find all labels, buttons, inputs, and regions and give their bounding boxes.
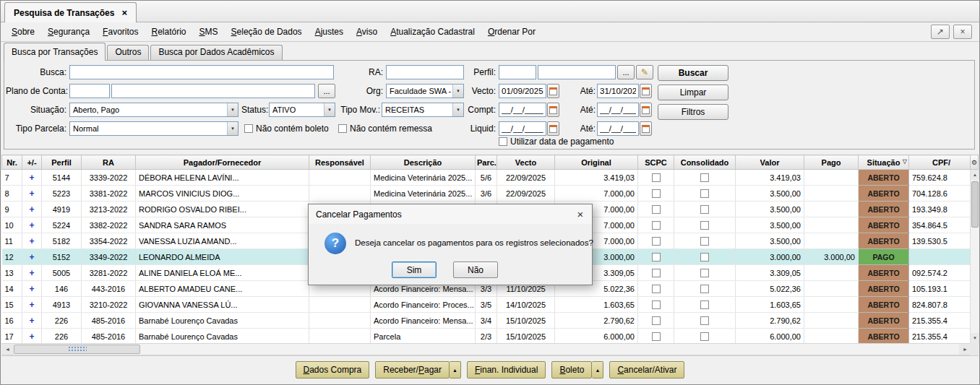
calendar-icon[interactable] [640, 121, 652, 136]
status-select[interactable]: ATIVO ▼ [269, 103, 335, 117]
tab-busca-por-dados-acad-micos[interactable]: Busca por Dados Acadêmicos [150, 45, 282, 60]
scpc-checkbox[interactable] [652, 269, 661, 277]
column-header-respons-vel[interactable]: Responsável [309, 155, 371, 170]
consolidado-checkbox[interactable] [700, 332, 709, 341]
consolidado-checkbox[interactable] [700, 237, 709, 246]
perfil-lookup-button[interactable]: ... [617, 65, 635, 79]
detach-window-icon[interactable]: ↗ [931, 25, 950, 39]
close-icon[interactable]: × [953, 25, 972, 39]
calendar-icon[interactable] [547, 103, 559, 117]
menu-item-favoritos[interactable]: Favoritos [96, 24, 145, 40]
scroll-up-icon[interactable]: ▲ [971, 170, 979, 180]
scpc-checkbox[interactable] [652, 189, 661, 198]
compt-to-input[interactable] [597, 103, 639, 117]
column-header-nr[interactable]: Nr. [2, 155, 22, 170]
column-header-cpf[interactable]: CPF/ [909, 155, 972, 170]
expand-row-button[interactable]: + [22, 281, 42, 297]
expand-row-button[interactable]: + [22, 297, 42, 313]
consolidado-checkbox[interactable] [700, 316, 709, 325]
receber-pagar-menu-arrow-icon[interactable]: ▲ [450, 361, 461, 378]
column-header-situa-o[interactable]: Situação▽ [859, 155, 909, 170]
column-header-perfil[interactable]: Perfil [42, 155, 82, 170]
utilizar-data-pagamento-checkbox[interactable]: Utilizar data de pagamento [499, 136, 614, 147]
plano-lookup-button[interactable]: ... [318, 84, 335, 98]
menu-item-sms[interactable]: SMS [193, 24, 225, 40]
receber-pagar-button[interactable]: Receber/Pagar [375, 361, 450, 378]
table-row[interactable]: 7+51443339-2022DÉBORA HELENA LAVÍNI...Me… [2, 170, 972, 186]
column-header-valor[interactable]: Valor [736, 155, 804, 170]
busca-input[interactable] [69, 65, 334, 79]
scpc-checkbox[interactable] [652, 173, 661, 182]
column-settings-gear-icon[interactable]: ⚙ [970, 155, 979, 170]
column-header-descri-o[interactable]: Descrição [371, 155, 476, 170]
scpc-checkbox[interactable] [652, 237, 661, 246]
boleto-button[interactable]: Boleto [551, 361, 592, 378]
plano-name-input[interactable] [111, 84, 315, 98]
expand-row-button[interactable]: + [22, 233, 42, 249]
menu-item-seguran-a[interactable]: Segurança [41, 24, 96, 40]
horizontal-scrollbar[interactable]: ◄ ► [1, 343, 971, 355]
column-header-ra[interactable]: RA [82, 155, 136, 170]
perfil-code-input[interactable] [499, 65, 536, 79]
liquid-from-input[interactable] [499, 121, 546, 136]
sim-button[interactable]: Sim [392, 261, 437, 278]
column-header-original[interactable]: Original [555, 155, 638, 170]
menu-item-aviso[interactable]: Aviso [350, 24, 384, 40]
filtros-button[interactable]: Filtros [658, 104, 728, 120]
nao-contem-boleto-checkbox[interactable]: Não contém boleto [244, 121, 329, 136]
column-header-pago[interactable]: Pago [804, 155, 859, 170]
column-header-scpc[interactable]: SCPC [638, 155, 674, 170]
table-row[interactable]: 15+49133210-2022GIOVANNA VANESSA LÚ...Ac… [2, 297, 972, 313]
menu-item-sele-o-de-dados[interactable]: Seleção de Dados [225, 24, 309, 40]
expand-row-button[interactable]: + [22, 313, 42, 329]
expand-row-button[interactable]: + [22, 249, 42, 265]
expand-row-button[interactable]: + [22, 265, 42, 281]
table-row[interactable]: 8+52233381-2022MARCOS VINICIUS DIOG...Me… [2, 186, 972, 202]
menu-item-relat-rio[interactable]: Relatório [145, 24, 192, 40]
column-header-pagador-fornecedor[interactable]: Pagador/Fornecedor [136, 155, 309, 170]
vertical-scroll-thumb[interactable] [971, 181, 979, 228]
situacao-select[interactable]: Aberto, Pago ▼ [69, 103, 238, 117]
expand-row-button[interactable]: + [22, 329, 42, 344]
finan-individual-button[interactable]: Finan. Individual [467, 361, 546, 378]
table-row[interactable]: 16+226485-2016Barnabé Lourenço CavadasAc… [2, 313, 972, 329]
calendar-icon[interactable] [547, 121, 559, 136]
scpc-checkbox[interactable] [652, 316, 661, 325]
scpc-checkbox[interactable] [652, 300, 661, 309]
scroll-down-icon[interactable]: ▼ [971, 333, 979, 343]
consolidado-checkbox[interactable] [700, 173, 709, 182]
column-header-[interactable]: +/- [22, 155, 42, 170]
table-row[interactable]: 17+226485-2016Barnabé Lourenço CavadasPa… [2, 329, 972, 344]
expand-row-button[interactable]: + [22, 170, 42, 186]
liquid-to-input[interactable] [597, 121, 639, 136]
vertical-scrollbar[interactable]: ▲ ▼ [970, 170, 979, 343]
column-header-vecto[interactable]: Vecto [497, 155, 555, 170]
scroll-left-icon[interactable]: ◄ [1, 344, 14, 355]
calendar-icon[interactable] [640, 84, 652, 98]
cancelar-ativar-button[interactable]: Cancelar/Ativar [609, 361, 684, 378]
tab-close-icon[interactable]: × [121, 7, 127, 18]
menu-item-atualiza-o-cadastral[interactable]: Atualização Cadastral [384, 24, 481, 40]
consolidado-checkbox[interactable] [700, 221, 709, 230]
document-tab[interactable]: Pesquisa de Transações × [4, 2, 137, 22]
plano-code-input[interactable] [69, 84, 110, 98]
filter-icon[interactable]: ▽ [903, 158, 907, 165]
tipo-mov-select[interactable]: RECEITAS ▼ [382, 103, 464, 117]
consolidado-checkbox[interactable] [700, 205, 709, 214]
consolidado-checkbox[interactable] [700, 189, 709, 198]
scpc-checkbox[interactable] [652, 332, 661, 341]
menu-item-ajustes[interactable]: Ajustes [309, 24, 350, 40]
dados-compra-button[interactable]: Dados Compra [296, 361, 370, 378]
expand-row-button[interactable]: + [22, 202, 42, 217]
expand-row-button[interactable]: + [22, 186, 42, 202]
compt-from-input[interactable] [499, 103, 546, 117]
calendar-icon[interactable] [547, 84, 559, 98]
ra-input[interactable] [386, 65, 464, 79]
perfil-edit-button[interactable]: ✎ [636, 65, 653, 79]
column-header-consolidado[interactable]: Consolidado [674, 155, 736, 170]
expand-row-button[interactable]: + [22, 217, 42, 233]
calendar-icon[interactable] [640, 103, 652, 117]
consolidado-checkbox[interactable] [700, 300, 709, 309]
nao-button[interactable]: Não [453, 261, 498, 278]
column-header-parc[interactable]: Parc. [476, 155, 497, 170]
